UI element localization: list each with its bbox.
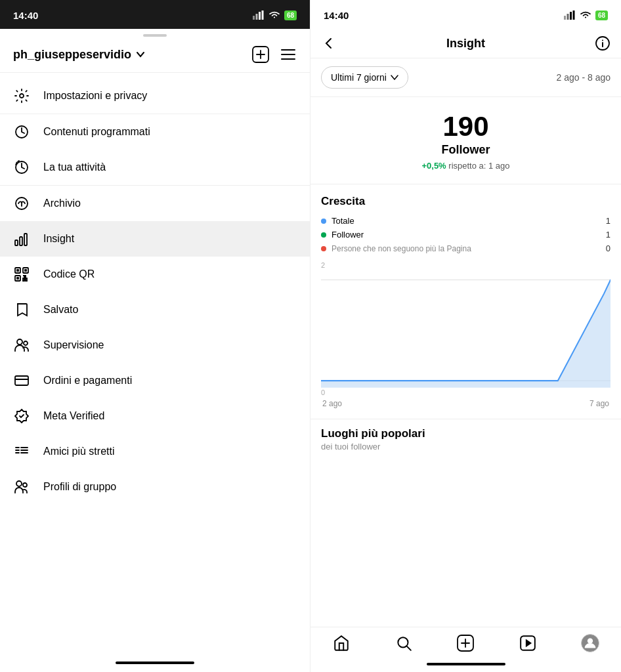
time-left: 14:40	[13, 10, 38, 21]
gear-icon	[13, 87, 30, 104]
svg-point-24	[17, 339, 22, 345]
battery-icon-right: 68	[595, 10, 608, 20]
svg-point-35	[23, 483, 27, 487]
legend-dot-unfollow	[321, 246, 326, 251]
luoghi-title: Luoghi più popolari	[321, 427, 610, 440]
svg-rect-1	[255, 14, 257, 20]
insight-icon	[13, 230, 30, 247]
chart-legend: Totale 1 Follower 1 Persone che non segu…	[321, 216, 610, 253]
legend-label-totale: Totale	[332, 216, 354, 226]
menu-label-ordini: Ordini e pagamenti	[43, 375, 132, 387]
svg-point-34	[16, 481, 22, 486]
bookmark-icon	[13, 301, 30, 318]
avatar	[581, 634, 599, 652]
menu-item-amici[interactable]: Amici più stretti	[0, 434, 310, 469]
menu-item-attivita[interactable]: La tua attività	[0, 150, 310, 186]
status-bar-right: 14:40 68	[310, 0, 621, 29]
menu-item-contenuti[interactable]: Contenuti programmati	[0, 114, 310, 150]
friends-icon	[13, 443, 30, 460]
legend-value-unfollow: 0	[606, 243, 610, 253]
legend-label-follower: Follower	[332, 230, 364, 240]
chart-x-labels: 2 ago 7 ago	[321, 399, 610, 408]
change-text: rispetto a: 1 ago	[448, 161, 509, 171]
svg-rect-0	[253, 16, 255, 20]
chart-y-label-top: 2	[321, 261, 610, 269]
status-bar-left: 14:40 68	[0, 0, 310, 29]
svg-line-46	[407, 646, 411, 650]
legend-item-unfollow: Persone che non seguono più la Pagina 0	[321, 243, 610, 253]
filter-button[interactable]: Ultimi 7 giorni	[321, 66, 408, 89]
svg-point-52	[588, 639, 593, 644]
menu-item-salvato[interactable]: Salvato	[0, 292, 310, 327]
menu-label-profili: Profili di gruppo	[43, 481, 116, 493]
legend-item-follower: Follower 1	[321, 230, 610, 240]
menu-item-qr[interactable]: Codice QR	[0, 257, 310, 292]
menu-item-supervisione[interactable]: Supervisione	[0, 327, 310, 363]
battery-icon-left: 68	[284, 10, 297, 20]
legend-item-totale: Totale 1	[321, 216, 610, 226]
time-right: 14:40	[324, 10, 349, 21]
chart-svg	[321, 273, 610, 391]
activity-icon	[13, 159, 30, 176]
menu-item-profili[interactable]: Profili di gruppo	[0, 469, 310, 505]
filter-label: Ultimi 7 giorni	[331, 72, 387, 83]
chart-title: Crescita	[321, 195, 610, 208]
chart-x-label-end: 7 ago	[589, 399, 609, 408]
chevron-down-icon	[135, 49, 146, 60]
menu-item-ordini[interactable]: Ordini e pagamenti	[0, 363, 310, 398]
qr-icon	[13, 266, 30, 283]
svg-rect-36	[564, 16, 566, 20]
profile-name-row: ph_giuseppeservidio	[13, 48, 146, 62]
svg-rect-38	[570, 12, 572, 20]
svg-marker-51	[526, 640, 531, 646]
nav-search-icon[interactable]	[395, 634, 413, 652]
followers-count: 190	[321, 113, 610, 140]
menu-item-meta[interactable]: Meta Verified	[0, 398, 310, 434]
insight-header: Insight	[310, 29, 621, 58]
change-positive: +0,5%	[421, 161, 446, 171]
info-icon[interactable]	[595, 35, 610, 51]
menu-list: Impostazioni e privacy Contenuti program…	[0, 73, 310, 656]
menu-label-supervisione: Supervisione	[43, 339, 104, 351]
svg-rect-37	[567, 14, 568, 20]
menu-item-impostazioni[interactable]: Impostazioni e privacy	[0, 78, 310, 114]
nav-reels-icon[interactable]	[519, 634, 537, 652]
chevron-down-filter-icon	[391, 75, 398, 80]
nav-add-icon[interactable]	[456, 634, 475, 652]
menu-item-archivio[interactable]: Archivio	[0, 186, 310, 221]
menu-label-meta: Meta Verified	[43, 410, 104, 422]
luoghi-subtitle: dei tuoi follower	[321, 442, 610, 452]
svg-rect-20	[17, 270, 18, 271]
nav-home-icon[interactable]	[332, 634, 351, 652]
profile-actions	[252, 46, 297, 63]
hamburger-icon[interactable]	[280, 46, 297, 63]
clock-icon	[13, 123, 30, 140]
svg-point-42	[602, 40, 603, 41]
back-icon[interactable]	[321, 35, 337, 51]
legend-value-totale: 1	[606, 216, 610, 226]
menu-label-insight: Insight	[43, 233, 74, 245]
menu-item-insight[interactable]: Insight	[0, 221, 310, 257]
svg-rect-21	[25, 270, 26, 271]
luoghi-section: Luoghi più popolari dei tuoi follower	[310, 419, 621, 459]
menu-label-impostazioni: Impostazioni e privacy	[43, 90, 147, 102]
left-panel: 14:40 68 ph_giuseppeservidio	[0, 0, 310, 672]
status-icons-right: 68	[564, 10, 608, 20]
bottom-nav	[310, 627, 621, 659]
nav-profile-icon[interactable]	[581, 634, 599, 652]
chart-section: Crescita Totale 1 Follower 1 Person	[310, 184, 621, 419]
svg-point-25	[24, 341, 28, 345]
menu-label-amici: Amici più stretti	[43, 446, 114, 457]
svg-rect-22	[17, 278, 18, 279]
filter-bar: Ultimi 7 giorni 2 ago - 8 ago	[310, 58, 621, 97]
profile-name: ph_giuseppeservidio	[13, 48, 131, 62]
legend-dot-follower	[321, 232, 326, 238]
svg-point-10	[20, 94, 24, 98]
svg-rect-15	[20, 237, 22, 245]
svg-rect-39	[572, 10, 574, 20]
menu-label-qr: Codice QR	[43, 268, 95, 280]
card-icon	[13, 372, 30, 389]
svg-rect-16	[24, 234, 27, 245]
verified-icon	[13, 408, 30, 425]
add-post-icon[interactable]	[252, 46, 269, 63]
